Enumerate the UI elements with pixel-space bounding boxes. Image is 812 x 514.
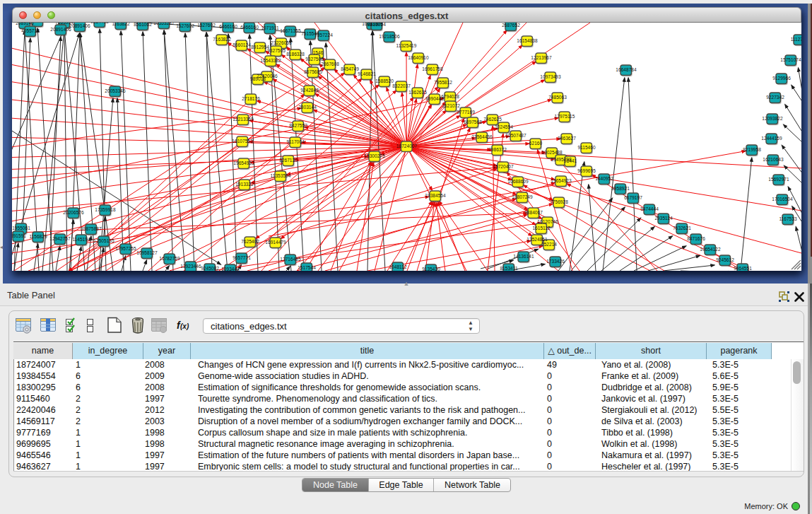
svg-text:9227342: 9227342 xyxy=(766,95,784,100)
svg-text:1145194: 1145194 xyxy=(72,237,90,242)
svg-text:17975115: 17975115 xyxy=(555,114,575,119)
svg-text:7632621: 7632621 xyxy=(673,226,691,230)
svg-text:6679197: 6679197 xyxy=(624,195,642,200)
svg-text:13716485: 13716485 xyxy=(280,257,301,262)
svg-text:1112735: 1112735 xyxy=(791,37,801,42)
svg-text:8675685: 8675685 xyxy=(304,69,322,74)
svg-text:13524851: 13524851 xyxy=(526,237,548,242)
svg-text:98441: 98441 xyxy=(564,158,577,163)
svg-text:1024554: 1024554 xyxy=(495,124,513,129)
svg-text:2867608: 2867608 xyxy=(321,62,339,66)
svg-text:9327508: 9327508 xyxy=(305,57,324,62)
svg-text:16543382: 16543382 xyxy=(260,58,281,63)
svg-text:6897568: 6897568 xyxy=(464,119,482,124)
svg-text:2803144: 2803144 xyxy=(298,105,317,110)
svg-text:8267130: 8267130 xyxy=(279,158,298,163)
svg-text:12093822: 12093822 xyxy=(762,116,783,121)
svg-text:16210643: 16210643 xyxy=(763,157,784,162)
svg-text:9327505: 9327505 xyxy=(267,48,286,53)
svg-text:391591: 391591 xyxy=(12,233,26,238)
svg-text:10025488: 10025488 xyxy=(541,150,563,155)
svg-text:1955061: 1955061 xyxy=(12,226,30,230)
svg-text:8471676: 8471676 xyxy=(687,236,705,241)
svg-text:10507487: 10507487 xyxy=(505,133,526,138)
svg-text:8322037: 8322037 xyxy=(392,83,411,88)
svg-text:9242848: 9242848 xyxy=(300,88,319,93)
svg-text:1071911: 1071911 xyxy=(261,25,279,30)
svg-text:7986372: 7986372 xyxy=(488,147,507,152)
svg-text:1527602: 1527602 xyxy=(176,23,194,28)
svg-text:8427552: 8427552 xyxy=(289,123,307,128)
svg-text:4055712: 4055712 xyxy=(21,28,40,33)
svg-text:17016504: 17016504 xyxy=(772,197,793,201)
svg-text:20891406: 20891406 xyxy=(50,27,71,32)
svg-text:6794028: 6794028 xyxy=(441,94,459,99)
svg-text:16107553: 16107553 xyxy=(232,139,253,144)
svg-text:23564436: 23564436 xyxy=(471,134,493,139)
svg-text:8958921: 8958921 xyxy=(611,186,630,191)
svg-text:11353594: 11353594 xyxy=(271,173,291,178)
svg-text:1621072: 1621072 xyxy=(442,103,460,108)
svg-text:17957255: 17957255 xyxy=(115,246,136,251)
svg-text:20206576: 20206576 xyxy=(63,210,84,215)
svg-text:10958127: 10958127 xyxy=(136,250,158,255)
svg-text:7357224: 7357224 xyxy=(314,33,333,37)
svg-text:7485063: 7485063 xyxy=(548,95,567,100)
svg-text:9245612: 9245612 xyxy=(716,257,734,262)
svg-text:18640910: 18640910 xyxy=(408,55,429,60)
svg-text:62160: 62160 xyxy=(529,141,543,146)
svg-text:18807249: 18807249 xyxy=(512,194,533,199)
svg-text:1055328: 1055328 xyxy=(28,23,47,23)
svg-text:20053346: 20053346 xyxy=(105,88,126,93)
svg-text:2718176: 2718176 xyxy=(242,96,260,101)
svg-text:16782759: 16782759 xyxy=(159,256,180,261)
svg-text:15692971: 15692971 xyxy=(768,177,789,182)
svg-text:7955812: 7955812 xyxy=(434,80,452,85)
svg-text:989018: 989018 xyxy=(250,76,266,81)
svg-text:12505135: 12505135 xyxy=(93,238,114,243)
svg-text:1167533: 1167533 xyxy=(779,216,797,221)
svg-text:1048112: 1048112 xyxy=(389,264,407,269)
svg-text:1156829: 1156829 xyxy=(29,234,47,239)
svg-text:8219958: 8219958 xyxy=(743,147,761,152)
svg-text:9777169: 9777169 xyxy=(457,110,475,115)
svg-text:1546: 1546 xyxy=(313,50,324,55)
svg-text:12444159: 12444159 xyxy=(761,136,782,141)
svg-text:12942757: 12942757 xyxy=(49,236,71,241)
svg-text:7756928: 7756928 xyxy=(550,199,568,204)
svg-text:2935114: 2935114 xyxy=(654,216,673,221)
svg-text:15300275: 15300275 xyxy=(364,153,385,158)
svg-text:15720407: 15720407 xyxy=(493,164,514,169)
svg-text:9115460: 9115460 xyxy=(577,145,596,150)
svg-text:9464551: 9464551 xyxy=(734,266,752,271)
svg-text:10688609: 10688609 xyxy=(507,179,529,184)
svg-text:1362635: 1362635 xyxy=(408,90,427,95)
svg-text:9474444: 9474444 xyxy=(640,206,659,211)
svg-text:8186328: 8186328 xyxy=(286,52,305,57)
svg-text:9699695: 9699695 xyxy=(577,168,596,173)
svg-text:1093444: 1093444 xyxy=(221,267,240,271)
svg-text:6466160: 6466160 xyxy=(219,24,237,29)
svg-text:39875887: 39875887 xyxy=(81,226,102,231)
svg-text:7462625: 7462625 xyxy=(483,117,502,122)
svg-text:16648784: 16648784 xyxy=(616,67,637,72)
svg-text:8561062: 8561062 xyxy=(134,23,152,27)
svg-text:19218506: 19218506 xyxy=(379,34,400,39)
svg-text:20891406: 20891406 xyxy=(69,23,90,28)
svg-text:2687652: 2687652 xyxy=(502,23,520,28)
svg-text:10973493: 10973493 xyxy=(540,74,561,79)
svg-text:9135430: 9135430 xyxy=(422,267,440,271)
svg-text:9657771: 9657771 xyxy=(233,255,251,260)
svg-text:16961758: 16961758 xyxy=(422,66,443,71)
svg-text:12923446: 12923446 xyxy=(180,264,201,269)
svg-text:8153411: 8153411 xyxy=(500,266,518,271)
svg-text:252214: 252214 xyxy=(541,242,557,247)
svg-text:8660124: 8660124 xyxy=(233,42,251,47)
svg-text:16120746: 16120746 xyxy=(537,219,558,224)
svg-text:1733426: 1733426 xyxy=(546,259,565,264)
svg-text:15751074: 15751074 xyxy=(780,57,801,62)
svg-text:11325419: 11325419 xyxy=(396,43,417,48)
svg-text:16154838: 16154838 xyxy=(517,38,538,43)
svg-text:6466160: 6466160 xyxy=(240,25,259,30)
svg-text:1588520: 1588520 xyxy=(375,78,394,83)
